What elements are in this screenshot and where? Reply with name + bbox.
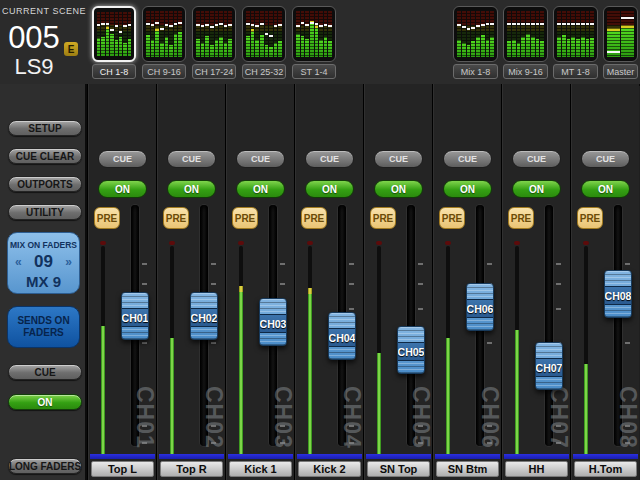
on-button[interactable]: ON xyxy=(443,180,492,198)
on-button[interactable]: ON xyxy=(512,180,561,198)
outports-button[interactable]: OUTPORTS xyxy=(8,176,82,192)
level-meter-bar xyxy=(586,11,590,57)
fader-cap[interactable]: CH07 xyxy=(535,342,563,390)
level-meter-bar xyxy=(512,11,516,57)
pre-badge[interactable]: PRE xyxy=(163,207,189,229)
bank-tab-label: Mix 1-8 xyxy=(453,64,498,79)
pre-badge[interactable]: PRE xyxy=(94,207,120,229)
level-meter-bar xyxy=(119,12,122,56)
channel-name[interactable]: Kick 2 xyxy=(298,461,361,477)
cue-button[interactable]: CUE xyxy=(167,150,216,168)
on-button[interactable]: ON xyxy=(167,180,216,198)
channel-color-bar xyxy=(90,454,155,459)
cue-button[interactable]: CUE xyxy=(581,150,630,168)
channel-name[interactable]: Top L xyxy=(91,461,154,477)
fader-cap-label: CH05 xyxy=(398,342,424,361)
meter-bank-tab-st-1-4[interactable]: ST 1-4 xyxy=(292,6,336,80)
level-meter-bar xyxy=(160,11,164,57)
meter-bank-tab-master[interactable]: Master xyxy=(603,6,638,80)
level-meter-bar xyxy=(481,11,485,57)
fader-cap[interactable]: CH02 xyxy=(190,292,218,340)
fader-cap-label: CH04 xyxy=(329,328,355,347)
peak-indicator xyxy=(445,241,451,245)
meter-bank-tab-ch-17-24[interactable]: CH 17-24 xyxy=(192,6,236,80)
level-meter-bar xyxy=(467,11,471,57)
level-meter-bar xyxy=(536,11,540,57)
utility-button[interactable]: UTILITY xyxy=(8,204,82,220)
channel-name[interactable]: SN Btm xyxy=(436,461,499,477)
on-button[interactable]: ON xyxy=(305,180,354,198)
meter-bank-tab-ch-9-16[interactable]: CH 9-16 xyxy=(142,6,186,80)
fader-cap[interactable]: CH05 xyxy=(397,326,425,374)
level-meter-bar xyxy=(178,11,182,57)
on-button[interactable]: ON xyxy=(236,180,285,198)
cue-clear-button[interactable]: CUE CLEAR xyxy=(8,148,82,164)
pre-badge[interactable]: PRE xyxy=(508,207,534,229)
meter-bank-tab-ch-25-32[interactable]: CH 25-32 xyxy=(242,6,286,80)
cue-button[interactable]: CUE xyxy=(236,150,285,168)
cue-button[interactable]: CUE xyxy=(374,150,423,168)
cue-button[interactable]: CUE xyxy=(512,150,561,168)
channel-meter xyxy=(377,246,381,456)
fader-cap[interactable]: CH01 xyxy=(121,292,149,340)
master-on-button[interactable]: ON xyxy=(8,394,82,410)
fader-cap[interactable]: CH03 xyxy=(259,298,287,346)
meter-bank-tab-mix-9-16[interactable]: Mix 9-16 xyxy=(503,6,548,80)
mix-on-faders-panel[interactable]: MIX ON FADERS « » 09 MX 9 xyxy=(7,232,80,294)
on-button[interactable]: ON xyxy=(98,180,147,198)
pre-badge[interactable]: PRE xyxy=(439,207,465,229)
meter-bank-tab-ch-1-8[interactable]: CH 1-8 xyxy=(92,6,136,80)
channel-color-bar xyxy=(366,454,431,459)
channel-strips: CUEONPRECH01CH01Top LCUEONPRECH02CH02Top… xyxy=(87,84,639,480)
channel-watermark: CH02 xyxy=(203,386,225,454)
cue-button[interactable]: CUE xyxy=(305,150,354,168)
channel-name[interactable]: Top R xyxy=(160,461,223,477)
master-cue-button[interactable]: CUE xyxy=(8,364,82,380)
channel-strip-ch02: CUEONPRECH02CH02Top R xyxy=(156,84,225,480)
on-button[interactable]: ON xyxy=(374,180,423,198)
pre-badge[interactable]: PRE xyxy=(577,207,603,229)
channel-meter xyxy=(170,246,174,456)
level-meter-bar xyxy=(97,12,100,56)
meter-bank-tab-mix-1-8[interactable]: Mix 1-8 xyxy=(453,6,498,80)
bank-tab-label: Master xyxy=(603,64,638,79)
pre-badge[interactable]: PRE xyxy=(301,207,327,229)
fader-scale-tick xyxy=(280,283,285,285)
level-meter-bar xyxy=(265,11,269,57)
channel-name[interactable]: Kick 1 xyxy=(229,461,292,477)
pre-badge[interactable]: PRE xyxy=(232,207,258,229)
level-meter-bar xyxy=(210,11,214,57)
channel-strip-ch04: CUEONPRECH04CH04Kick 2 xyxy=(294,84,363,480)
fader-cap-label: CH06 xyxy=(467,299,493,318)
fader-scale-tick xyxy=(556,308,561,310)
level-meter-bar xyxy=(531,11,535,57)
peak-indicator xyxy=(169,241,175,245)
cue-button[interactable]: CUE xyxy=(98,150,147,168)
bank-meter-display xyxy=(292,6,336,62)
fader-cap[interactable]: CH08 xyxy=(604,270,632,318)
long-faders-button[interactable]: LONG FADERS xyxy=(8,458,82,474)
level-meter-bar xyxy=(621,11,634,57)
fader-cap[interactable]: CH04 xyxy=(328,312,356,360)
level-meter-bar xyxy=(315,11,319,57)
channel-name[interactable]: SN Top xyxy=(367,461,430,477)
channel-name[interactable]: HH xyxy=(505,461,568,477)
setup-button[interactable]: SETUP xyxy=(8,120,82,136)
fader-cap-label: CH01 xyxy=(122,308,148,327)
fader-cap-label: CH08 xyxy=(605,286,631,305)
on-button[interactable]: ON xyxy=(581,180,630,198)
cue-button[interactable]: CUE xyxy=(443,150,492,168)
fader-cap-label: CH03 xyxy=(260,314,286,333)
bank-meter-display xyxy=(242,6,286,62)
channel-strip-ch07: CUEONPRECH07CH07HH xyxy=(501,84,570,480)
level-meter-bar xyxy=(305,11,309,57)
fader-cap[interactable]: CH06 xyxy=(466,283,494,331)
pre-badge[interactable]: PRE xyxy=(370,207,396,229)
channel-name[interactable]: H.Tom xyxy=(574,461,637,477)
level-meter-bar xyxy=(155,11,159,57)
channel-strip-ch06: CUEONPRECH06CH06SN Btm xyxy=(432,84,501,480)
meter-bank-tab-mt-1-8[interactable]: MT 1-8 xyxy=(553,6,598,80)
level-meter-bar xyxy=(110,12,113,56)
fader-scale-tick xyxy=(556,283,561,285)
sends-on-faders-button[interactable]: SENDS ON FADERS xyxy=(7,306,80,348)
